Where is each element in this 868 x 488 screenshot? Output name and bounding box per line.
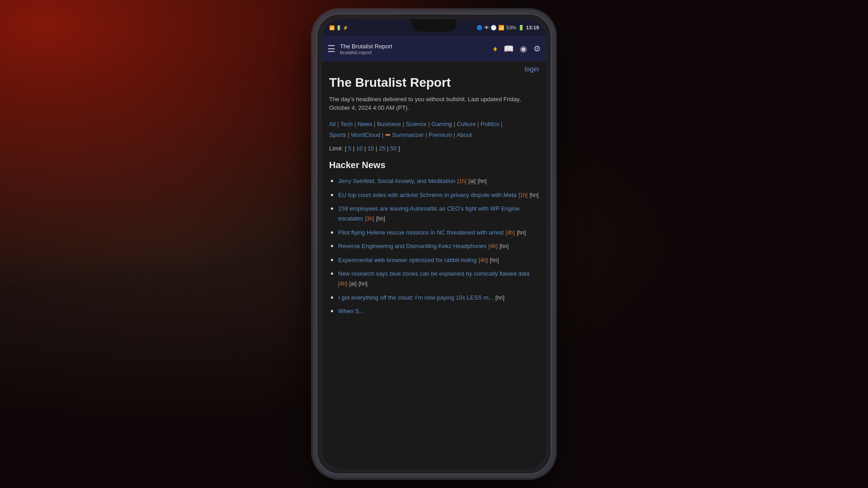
list-item: I got everything off the cloud: I'm now …: [338, 292, 539, 302]
list-item: When S...: [338, 306, 539, 316]
tag-time: [4h]: [479, 257, 488, 263]
tag-time: [1h]: [458, 178, 467, 184]
subtitle: The day's headlines delivered to you wit…: [329, 95, 539, 113]
section-hacker-news: Hacker News: [329, 160, 539, 170]
login-bar: login: [322, 61, 546, 75]
article-link[interactable]: New research says blue zones can be expl…: [338, 270, 529, 277]
nav-all[interactable]: All: [329, 121, 335, 127]
nav-about[interactable]: About: [457, 131, 472, 138]
status-right: 🔵 👁 🕐 📶 53% 🔋 13:19: [476, 25, 539, 31]
tag-time: [4h]: [338, 281, 347, 287]
url-section[interactable]: The Brutalist Report brutalist.report: [340, 43, 489, 55]
nav-culture[interactable]: Culture: [457, 121, 476, 127]
list-item: Pilot flying Helene rescue missions in N…: [338, 227, 539, 237]
limit-bracket-close: ]: [398, 145, 400, 152]
list-item: 159 employees are leaving Automattic as …: [338, 203, 539, 224]
summarizer-arrow-icon: ➡: [385, 129, 391, 141]
tag-time: [4h]: [506, 230, 515, 236]
tag-time: [3h]: [365, 216, 374, 222]
nav-links: All | Tech | News | Business | Science |…: [329, 119, 539, 141]
tag-hn: [hn]: [359, 281, 368, 287]
limit-bracket-open: [: [345, 145, 348, 152]
nav-gaming[interactable]: Gaming: [431, 121, 452, 127]
nav-wordcloud[interactable]: WordCloud: [351, 131, 380, 138]
nav-news[interactable]: News: [358, 121, 373, 127]
battery-icon: 🔵 👁 🕐 📶: [476, 25, 505, 31]
login-link[interactable]: login: [524, 65, 539, 73]
article-link[interactable]: Experimental web browser optimized for r…: [338, 257, 476, 263]
limit-label: Limit:: [329, 145, 343, 152]
article-link[interactable]: When S...: [338, 308, 364, 314]
browser-toolbar: ☰ The Brutalist Report brutalist.report …: [322, 36, 546, 61]
tag-hn: [hn]: [376, 216, 385, 222]
article-link[interactable]: Pilot flying Helene rescue missions in N…: [338, 229, 504, 236]
fade-overlay: [322, 442, 546, 469]
article-link[interactable]: EU top court sides with activist Schrems…: [338, 192, 516, 198]
nav-business[interactable]: Business: [377, 121, 401, 127]
list-item: Jerry Seinfeld, Social Anxiety, and Medi…: [338, 176, 539, 186]
browser-domain: brutalist.report: [340, 50, 489, 55]
tag-ai: [ai]: [468, 178, 476, 184]
article-link[interactable]: Reverse Engineering and Dismantling Kekz…: [338, 243, 486, 249]
circle-icon[interactable]: ◉: [520, 44, 527, 54]
tag-time: [1h]: [519, 192, 528, 198]
site-title: The Brutalist Report: [329, 75, 539, 90]
list-item: Experimental web browser optimized for r…: [338, 255, 539, 265]
tag-hn: [hn]: [478, 178, 487, 184]
list-item: EU top court sides with activist Schrems…: [338, 190, 539, 200]
limit-5[interactable]: 5: [348, 145, 351, 152]
tag-hn: [hn]: [517, 230, 526, 236]
nav-science[interactable]: Science: [406, 121, 426, 127]
limit-sep4: |: [387, 145, 390, 152]
limit-line: Limit: [ 5 | 10 | 15 | 25 | 50 ]: [329, 145, 539, 152]
nav-sports[interactable]: Sports: [329, 131, 346, 138]
list-item: Reverse Engineering and Dismantling Kekz…: [338, 241, 539, 251]
limit-sep3: |: [376, 145, 379, 152]
bookmark-icon[interactable]: 📖: [504, 44, 514, 54]
tag-hn: [hn]: [500, 243, 509, 249]
web-content-inner: login The Brutalist Report The day's hea…: [322, 61, 546, 469]
limit-15[interactable]: 15: [368, 145, 374, 152]
battery-percent: 53%: [506, 25, 516, 30]
news-list: Jerry Seinfeld, Social Anxiety, and Medi…: [329, 176, 539, 316]
signal-icons: 📶 🔋 ⚡: [329, 25, 348, 30]
page-content: The Brutalist Report The day's headlines…: [322, 75, 546, 327]
limit-10[interactable]: 10: [356, 145, 363, 152]
list-item: New research says blue zones can be expl…: [338, 268, 539, 289]
web-content[interactable]: login The Brutalist Report The day's hea…: [322, 61, 546, 469]
phone-notch: [411, 19, 457, 32]
article-link[interactable]: I got everything off the cloud: I'm now …: [338, 294, 493, 301]
limit-sep2: |: [364, 145, 368, 152]
diamond-icon[interactable]: ♦: [493, 44, 497, 54]
settings-icon[interactable]: ⚙: [533, 44, 541, 54]
tag-hn: [hn]: [490, 257, 499, 263]
browser-icons: ♦ 📖 ◉ ⚙: [493, 44, 541, 54]
phone-screen: 📶 🔋 ⚡ 🔵 👁 🕐 📶 53% 🔋 13:19 ☰ The Brutalis…: [322, 19, 546, 469]
tag-hn: [hn]: [495, 295, 505, 301]
nav-politics[interactable]: Politics: [481, 121, 499, 127]
browser-title: The Brutalist Report: [340, 43, 489, 50]
hamburger-icon[interactable]: ☰: [327, 43, 335, 54]
limit-50[interactable]: 50: [390, 145, 396, 152]
limit-25[interactable]: 25: [379, 145, 385, 152]
tag-time: [4h]: [489, 243, 498, 249]
tag-hn: [hn]: [529, 192, 538, 198]
nav-tech[interactable]: Tech: [340, 121, 353, 127]
limit-sep1: |: [353, 145, 356, 152]
tag-ai: [ai]: [349, 281, 356, 287]
clock: 13:19: [526, 25, 539, 30]
article-link[interactable]: Jerry Seinfeld, Social Anxiety, and Medi…: [338, 178, 455, 184]
status-left: 📶 🔋 ⚡: [329, 25, 348, 30]
nav-premium[interactable]: Premium: [429, 131, 452, 138]
nav-summarizer[interactable]: Summarizer: [392, 131, 424, 138]
battery-indicator: 🔋: [518, 25, 524, 31]
phone-device: 📶 🔋 ⚡ 🔵 👁 🕐 📶 53% 🔋 13:19 ☰ The Brutalis…: [316, 14, 552, 474]
